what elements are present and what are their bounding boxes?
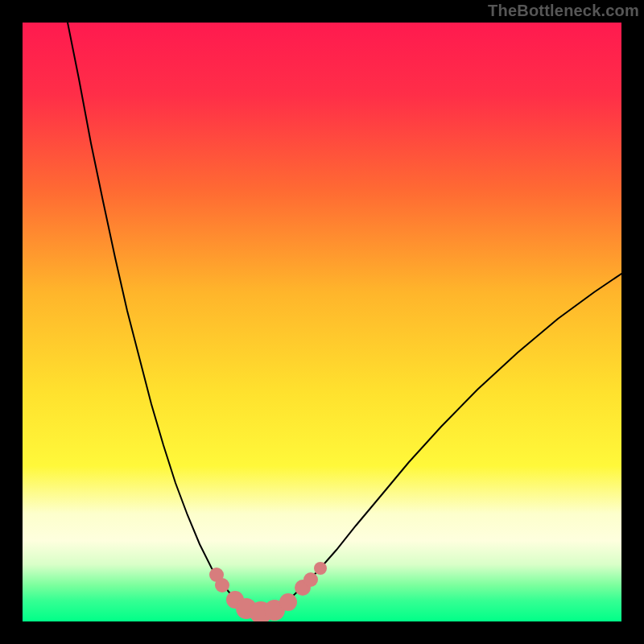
plot-area bbox=[23, 23, 621, 621]
curve-left-branch bbox=[68, 23, 261, 613]
curve-marker bbox=[303, 572, 318, 587]
curve-markers bbox=[209, 562, 327, 621]
curve-right-branch bbox=[261, 274, 621, 613]
curve-marker bbox=[314, 562, 327, 575]
chart-frame: TheBottleneck.com bbox=[0, 0, 644, 644]
curve-marker bbox=[215, 578, 229, 592]
curve-marker bbox=[279, 593, 297, 611]
watermark-text: TheBottleneck.com bbox=[488, 2, 639, 20]
curve-layer bbox=[23, 23, 621, 621]
